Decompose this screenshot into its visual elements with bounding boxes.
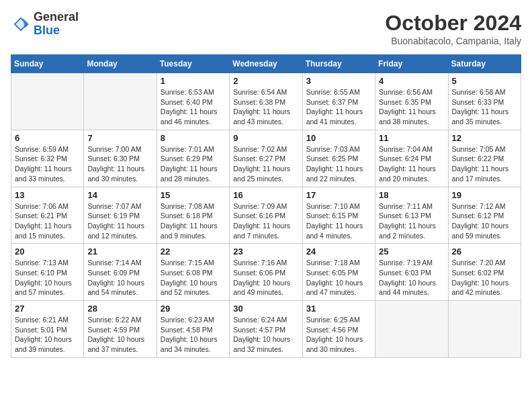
calendar-cell [448, 301, 521, 358]
day-info: Sunrise: 6:53 AM Sunset: 6:40 PM Dayligh… [161, 87, 226, 127]
day-number: 15 [161, 190, 226, 200]
day-number: 3 [306, 76, 371, 86]
calendar-cell: 20Sunrise: 7:13 AM Sunset: 6:10 PM Dayli… [11, 244, 84, 301]
logo: General Blue [11, 11, 79, 38]
day-info: Sunrise: 7:08 AM Sunset: 6:18 PM Dayligh… [161, 201, 226, 241]
day-number: 2 [233, 76, 298, 86]
calendar-cell: 29Sunrise: 6:23 AM Sunset: 4:58 PM Dayli… [157, 301, 229, 358]
day-number: 4 [379, 76, 444, 86]
calendar-cell: 13Sunrise: 7:06 AM Sunset: 6:21 PM Dayli… [11, 187, 84, 244]
day-number: 26 [452, 246, 517, 257]
calendar-week-row: 1Sunrise: 6:53 AM Sunset: 6:40 PM Daylig… [11, 73, 521, 130]
calendar-cell: 28Sunrise: 6:22 AM Sunset: 4:59 PM Dayli… [84, 301, 157, 358]
weekday-header: Tuesday [157, 55, 229, 73]
calendar-cell: 18Sunrise: 7:11 AM Sunset: 6:13 PM Dayli… [375, 187, 448, 244]
day-info: Sunrise: 7:05 AM Sunset: 6:22 PM Dayligh… [452, 144, 517, 184]
day-info: Sunrise: 7:13 AM Sunset: 6:10 PM Dayligh… [15, 258, 80, 298]
calendar-cell: 26Sunrise: 7:20 AM Sunset: 6:02 PM Dayli… [448, 244, 521, 301]
day-number: 11 [379, 133, 444, 143]
day-number: 24 [306, 246, 371, 257]
day-info: Sunrise: 6:58 AM Sunset: 6:33 PM Dayligh… [452, 87, 517, 127]
calendar-cell: 10Sunrise: 7:03 AM Sunset: 6:25 PM Dayli… [302, 130, 375, 187]
calendar-cell: 9Sunrise: 7:02 AM Sunset: 6:27 PM Daylig… [230, 130, 302, 187]
day-info: Sunrise: 7:11 AM Sunset: 6:13 PM Dayligh… [379, 201, 444, 241]
calendar-cell: 24Sunrise: 7:18 AM Sunset: 6:05 PM Dayli… [302, 244, 375, 301]
day-number: 20 [15, 246, 80, 257]
day-info: Sunrise: 7:00 AM Sunset: 6:30 PM Dayligh… [87, 144, 152, 184]
calendar-cell: 6Sunrise: 6:59 AM Sunset: 6:32 PM Daylig… [11, 130, 84, 187]
calendar-cell: 14Sunrise: 7:07 AM Sunset: 6:19 PM Dayli… [84, 187, 157, 244]
day-info: Sunrise: 6:54 AM Sunset: 6:38 PM Dayligh… [233, 87, 298, 127]
logo-general: General [34, 10, 79, 24]
day-number: 10 [306, 133, 371, 143]
weekday-header-row: SundayMondayTuesdayWednesdayThursdayFrid… [11, 55, 521, 73]
day-number: 28 [87, 304, 152, 314]
day-info: Sunrise: 6:24 AM Sunset: 4:57 PM Dayligh… [233, 315, 298, 355]
day-number: 12 [452, 133, 517, 143]
day-info: Sunrise: 6:21 AM Sunset: 5:01 PM Dayligh… [15, 315, 80, 355]
day-number: 9 [233, 133, 298, 143]
weekday-header: Sunday [11, 55, 84, 73]
calendar-cell: 5Sunrise: 6:58 AM Sunset: 6:33 PM Daylig… [448, 73, 521, 130]
day-number: 21 [87, 246, 152, 257]
day-number: 19 [452, 190, 517, 200]
month-title: October 2024 [385, 11, 521, 36]
logo-icon [11, 14, 31, 34]
logo-text: General Blue [34, 11, 79, 38]
calendar-cell [375, 301, 448, 358]
day-info: Sunrise: 7:19 AM Sunset: 6:03 PM Dayligh… [379, 258, 444, 298]
day-info: Sunrise: 6:25 AM Sunset: 4:56 PM Dayligh… [306, 315, 371, 355]
weekday-header: Thursday [302, 55, 375, 73]
day-number: 23 [233, 246, 298, 257]
day-number: 17 [306, 190, 371, 200]
calendar-cell: 8Sunrise: 7:01 AM Sunset: 6:29 PM Daylig… [157, 130, 229, 187]
day-number: 27 [15, 304, 80, 314]
calendar-cell: 27Sunrise: 6:21 AM Sunset: 5:01 PM Dayli… [11, 301, 84, 358]
day-number: 25 [379, 246, 444, 257]
calendar-cell: 16Sunrise: 7:09 AM Sunset: 6:16 PM Dayli… [230, 187, 302, 244]
day-info: Sunrise: 7:01 AM Sunset: 6:29 PM Dayligh… [161, 144, 226, 184]
day-info: Sunrise: 7:04 AM Sunset: 6:24 PM Dayligh… [379, 144, 444, 184]
weekday-header: Monday [84, 55, 157, 73]
day-info: Sunrise: 7:09 AM Sunset: 6:16 PM Dayligh… [233, 201, 298, 241]
calendar-cell: 15Sunrise: 7:08 AM Sunset: 6:18 PM Dayli… [157, 187, 229, 244]
calendar-cell: 19Sunrise: 7:12 AM Sunset: 6:12 PM Dayli… [448, 187, 521, 244]
calendar-table: SundayMondayTuesdayWednesdayThursdayFrid… [11, 54, 521, 358]
day-number: 1 [161, 76, 226, 86]
calendar-cell: 31Sunrise: 6:25 AM Sunset: 4:56 PM Dayli… [302, 301, 375, 358]
day-info: Sunrise: 7:06 AM Sunset: 6:21 PM Dayligh… [15, 201, 80, 241]
day-number: 16 [233, 190, 298, 200]
calendar-cell: 7Sunrise: 7:00 AM Sunset: 6:30 PM Daylig… [84, 130, 157, 187]
logo-blue: Blue [34, 24, 60, 37]
calendar-cell: 21Sunrise: 7:14 AM Sunset: 6:09 PM Dayli… [84, 244, 157, 301]
calendar-cell: 2Sunrise: 6:54 AM Sunset: 6:38 PM Daylig… [230, 73, 302, 130]
day-number: 30 [233, 304, 298, 314]
calendar-cell: 1Sunrise: 6:53 AM Sunset: 6:40 PM Daylig… [157, 73, 229, 130]
day-info: Sunrise: 7:18 AM Sunset: 6:05 PM Dayligh… [306, 258, 371, 298]
day-number: 13 [15, 190, 80, 200]
calendar-cell: 17Sunrise: 7:10 AM Sunset: 6:15 PM Dayli… [302, 187, 375, 244]
calendar-cell [11, 73, 84, 130]
day-info: Sunrise: 7:02 AM Sunset: 6:27 PM Dayligh… [233, 144, 298, 184]
weekday-header: Wednesday [230, 55, 302, 73]
day-info: Sunrise: 7:03 AM Sunset: 6:25 PM Dayligh… [306, 144, 371, 184]
calendar-week-row: 6Sunrise: 6:59 AM Sunset: 6:32 PM Daylig… [11, 130, 521, 187]
day-number: 7 [87, 133, 152, 143]
day-number: 18 [379, 190, 444, 200]
day-info: Sunrise: 6:22 AM Sunset: 4:59 PM Dayligh… [87, 315, 152, 355]
day-number: 22 [161, 246, 226, 257]
day-info: Sunrise: 7:15 AM Sunset: 6:08 PM Dayligh… [161, 258, 226, 298]
calendar-cell: 12Sunrise: 7:05 AM Sunset: 6:22 PM Dayli… [448, 130, 521, 187]
day-info: Sunrise: 7:16 AM Sunset: 6:06 PM Dayligh… [233, 258, 298, 298]
page-header: General Blue October 2024 Buonabitacolo,… [11, 11, 521, 46]
calendar-cell: 23Sunrise: 7:16 AM Sunset: 6:06 PM Dayli… [230, 244, 302, 301]
day-number: 31 [306, 304, 371, 314]
day-info: Sunrise: 6:55 AM Sunset: 6:37 PM Dayligh… [306, 87, 371, 127]
day-info: Sunrise: 6:59 AM Sunset: 6:32 PM Dayligh… [15, 144, 80, 184]
weekday-header: Friday [375, 55, 448, 73]
calendar-week-row: 13Sunrise: 7:06 AM Sunset: 6:21 PM Dayli… [11, 187, 521, 244]
calendar-week-row: 20Sunrise: 7:13 AM Sunset: 6:10 PM Dayli… [11, 244, 521, 301]
location-subtitle: Buonabitacolo, Campania, Italy [385, 36, 521, 46]
calendar-week-row: 27Sunrise: 6:21 AM Sunset: 5:01 PM Dayli… [11, 301, 521, 358]
calendar-cell: 3Sunrise: 6:55 AM Sunset: 6:37 PM Daylig… [302, 73, 375, 130]
